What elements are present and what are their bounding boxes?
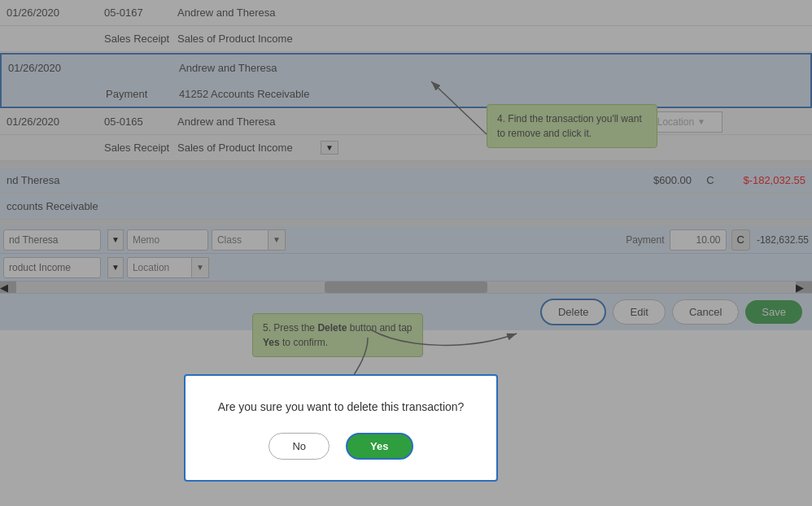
modal-buttons: No Yes	[218, 433, 465, 460]
delete-confirmation-modal: Are you sure you want to delete this tra…	[184, 374, 499, 482]
no-button[interactable]: No	[268, 433, 330, 460]
modal-question: Are you sure you want to delete this tra…	[218, 400, 465, 413]
main-area: 01/26/2020 05-0167 Andrew and Theresa Sa…	[0, 0, 812, 506]
modal-overlay[interactable]: Are you sure you want to delete this tra…	[0, 0, 812, 506]
yes-button[interactable]: Yes	[346, 433, 413, 460]
